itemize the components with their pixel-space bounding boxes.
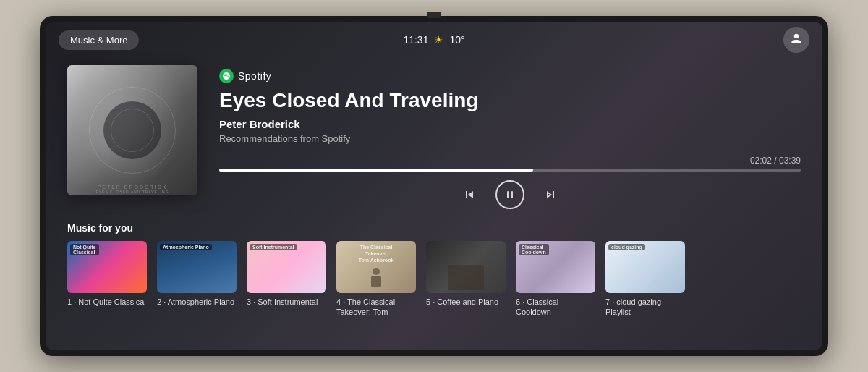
camera-notch <box>427 12 441 18</box>
music-more-button[interactable]: Music & More <box>59 30 139 50</box>
list-item[interactable]: cloud gazing 7 · cloud gazing Playlist <box>605 241 685 318</box>
spotify-svg <box>222 72 231 80</box>
playlist-thumb-7: cloud gazing <box>605 241 685 293</box>
track-artist: Peter Broderick <box>219 118 801 130</box>
spotify-branding: Spotify <box>219 69 801 83</box>
temperature-display: 10° <box>449 34 464 46</box>
playlist-thumb-3: Soft Instrumental <box>247 241 326 293</box>
list-item[interactable]: ClassicalCooldown 6 · Classical Cooldown <box>516 241 595 318</box>
playlist-label-2: 2 · Atmospheric Piano <box>157 297 237 307</box>
playlist-thumb-1: Not QuiteClassical <box>67 241 147 293</box>
playlist-label-7: 7 · cloud gazing Playlist <box>605 297 685 318</box>
music-for-you-section: Music for you Not QuiteClassical 1 · Not… <box>67 222 801 318</box>
playlist-label-3: 3 · Soft Instrumental <box>247 297 326 307</box>
figure-head-4 <box>373 268 380 275</box>
album-ring-2 <box>111 109 154 152</box>
next-button[interactable] <box>540 185 561 205</box>
playlist-label-1: 1 · Not Quite Classical <box>67 297 147 307</box>
section-title: Music for you <box>67 222 801 234</box>
playlist-label-5: 5 · Coffee and Piano <box>426 297 506 307</box>
pause-button[interactable] <box>495 180 524 209</box>
thumb-badge-7: cloud gazing <box>608 244 645 250</box>
pause-icon <box>504 189 516 200</box>
progress-time: 02:02 / 03:39 <box>219 156 801 166</box>
now-playing-section: PETER BRODERICK EYES CLOSED AND TRAVELIN… <box>67 65 801 209</box>
figure-4 <box>371 268 381 287</box>
prev-icon <box>462 187 477 202</box>
playlist-label-4: 4 · The Classical Takeover: Tom <box>336 297 416 318</box>
progress-bar-background[interactable] <box>219 169 801 172</box>
playlist-label-6: 6 · Classical Cooldown <box>516 297 595 318</box>
thumb-badge-3: Soft Instrumental <box>250 244 297 250</box>
top-bar: Music & More 11:31 ☀ 10° <box>46 22 822 58</box>
weather-sun-icon: ☀ <box>434 34 443 46</box>
clock-display: 11:31 <box>403 34 428 46</box>
list-item[interactable]: Atmospheric Piano 2 · Atmospheric Piano <box>157 241 237 318</box>
total-time: 03:39 <box>779 156 801 166</box>
playlist-thumb-2: Atmospheric Piano <box>157 241 237 293</box>
prev-button[interactable] <box>459 185 480 205</box>
main-content: PETER BRODERICK EYES CLOSED AND TRAVELIN… <box>46 58 822 350</box>
album-art: PETER BRODERICK EYES CLOSED AND TRAVELIN… <box>67 65 197 195</box>
current-time: 02:02 <box>750 156 772 166</box>
next-icon <box>543 187 558 202</box>
playlist-thumb-4: The ClassicalTakeoverTom Ashbrook <box>336 241 416 293</box>
track-title: Eyes Closed And Traveling <box>219 89 801 112</box>
spotify-label-text: Spotify <box>238 70 271 82</box>
album-artist-text: PETER BRODERICK <box>67 185 197 190</box>
tv-screen: Music & More 11:31 ☀ 10° <box>46 22 822 350</box>
figure-body-4 <box>371 276 381 287</box>
spotify-logo-icon <box>219 69 234 83</box>
list-item[interactable]: Not QuiteClassical 1 · Not Quite Classic… <box>67 241 147 318</box>
progress-section: 02:02 / 03:39 <box>219 156 801 172</box>
list-item[interactable]: 5 · Coffee and Piano <box>426 241 506 318</box>
list-item[interactable]: Soft Instrumental 3 · Soft Instrumental <box>247 241 326 318</box>
thumb-text-4: The ClassicalTakeoverTom Ashbrook <box>339 244 413 263</box>
profile-svg-icon <box>789 33 804 47</box>
profile-button[interactable] <box>783 27 809 53</box>
track-info: Spotify Eyes Closed And Traveling Peter … <box>219 65 801 209</box>
track-source: Recommendations from Spotify <box>219 133 801 144</box>
album-title-text: EYES CLOSED AND TRAVELING <box>67 190 197 194</box>
progress-bar-fill <box>219 169 533 172</box>
playback-controls <box>219 180 801 209</box>
playlist-thumb-6: ClassicalCooldown <box>516 241 595 293</box>
playlist-row: Not QuiteClassical 1 · Not Quite Classic… <box>67 241 801 318</box>
list-item[interactable]: The ClassicalTakeoverTom Ashbrook 4 · Th… <box>336 241 416 318</box>
thumb-badge-2: Atmospheric Piano <box>160 244 212 250</box>
thumb-badge-1: Not QuiteClassical <box>70 244 99 255</box>
piano-shape <box>448 265 484 290</box>
tv-frame: Music & More 11:31 ☀ 10° <box>40 16 828 356</box>
playlist-thumb-5 <box>426 241 506 293</box>
time-separator: / <box>772 156 779 166</box>
thumb-badge-6: ClassicalCooldown <box>519 244 549 255</box>
time-weather-display: 11:31 ☀ 10° <box>403 34 464 46</box>
